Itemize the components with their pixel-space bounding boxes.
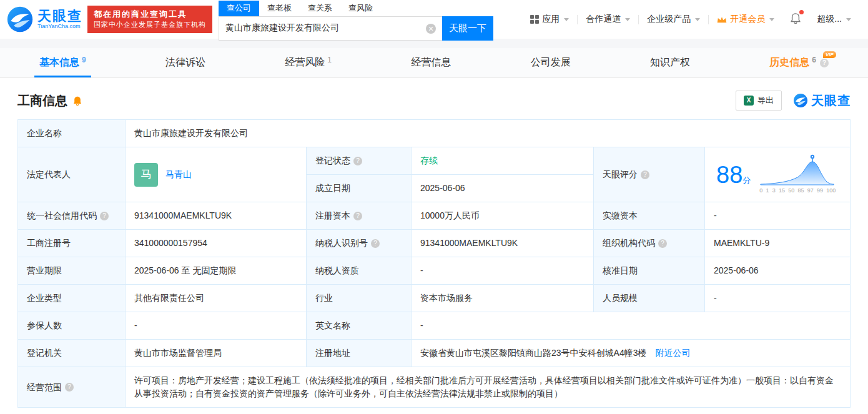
registry-authority-value: 黄山市市场监督管理局 bbox=[126, 340, 307, 367]
nav-apps[interactable]: 应用 bbox=[522, 14, 577, 25]
search-tabs: 查公司 查老板 查关系 查风险 bbox=[219, 1, 493, 16]
taxpayer-qualification-value: - bbox=[412, 257, 594, 285]
monitor-bell-icon[interactable] bbox=[72, 96, 82, 106]
promo-line2: 国家中小企业发展子基金旗下机构 bbox=[94, 20, 206, 30]
help-icon[interactable]: ? bbox=[353, 157, 362, 165]
tab-label: 知识产权 bbox=[650, 56, 690, 69]
org-code-value: MAEMKLTU-9 bbox=[705, 230, 851, 257]
table-row: 参保人数 - 英文名称 - bbox=[18, 312, 851, 340]
reg-number-label: 工商注册号 bbox=[18, 230, 126, 257]
reg-number-value: 341000000157954 bbox=[126, 230, 307, 257]
establish-date-label: 成立日期 bbox=[307, 175, 412, 202]
reg-capital-value: 10000万人民币 bbox=[412, 202, 594, 230]
avatar[interactable]: 马 bbox=[134, 163, 158, 187]
top-header: 天眼查 TianYanCha.com 都在用的商业查询工具 国家中小企业发展子基… bbox=[0, 0, 868, 39]
search-tab-boss[interactable]: 查老板 bbox=[259, 1, 300, 16]
chevron-down-icon bbox=[846, 18, 851, 21]
help-icon[interactable]: ? bbox=[820, 59, 829, 67]
score-cell: 88分 bbox=[705, 147, 851, 202]
business-scope-value: 许可项目：房地产开发经营；建设工程施工（依法须经批准的项目，经相关部门批准后方可… bbox=[126, 367, 851, 408]
watermark-text: 天眼查 bbox=[811, 92, 851, 109]
search-input[interactable] bbox=[219, 16, 442, 41]
approval-date-label: 核准日期 bbox=[594, 257, 705, 285]
chevron-down-icon bbox=[695, 18, 700, 21]
logo-domain-text: TianYanCha.com bbox=[37, 24, 82, 30]
help-icon[interactable]: ? bbox=[100, 212, 109, 220]
export-label: 导出 bbox=[757, 95, 774, 106]
search-tab-company[interactable]: 查公司 bbox=[219, 1, 259, 16]
reg-address-label: 注册地址 bbox=[307, 340, 412, 367]
tab-basic-info[interactable]: 基本信息 9 bbox=[34, 48, 91, 77]
search-tab-risk[interactable]: 查风险 bbox=[340, 1, 381, 16]
business-scope-label: 经营范围? bbox=[18, 367, 126, 408]
nav-vip-membership[interactable]: 开通会员 bbox=[709, 14, 782, 25]
promo-line1: 都在用的商业查询工具 bbox=[94, 9, 206, 21]
reg-status-label: 登记状态 ? bbox=[307, 147, 412, 175]
taxpayer-id-label: 纳税人识别号? bbox=[307, 230, 412, 257]
table-row: 企业名称 黄山市康旅建设开发有限公司 bbox=[18, 120, 851, 147]
industry-label: 行业 bbox=[307, 285, 412, 312]
legal-rep-cell: 马 马青山 bbox=[126, 147, 307, 202]
tab-operational-risk[interactable]: 经营风险 1 bbox=[280, 48, 337, 77]
credit-code-label: 统一社会信用代码? bbox=[18, 202, 126, 230]
tab-label: 公司发展 bbox=[531, 56, 571, 69]
tab-history-info[interactable]: VIP 历史信息 6 ? bbox=[764, 48, 834, 77]
chevron-down-icon bbox=[625, 18, 630, 21]
vip-badge: VIP bbox=[823, 51, 836, 58]
chevron-down-icon bbox=[564, 18, 569, 21]
legal-rep-link[interactable]: 马青山 bbox=[165, 168, 192, 181]
help-icon[interactable]: ? bbox=[658, 239, 667, 248]
company-type-label: 企业类型 bbox=[18, 285, 126, 312]
table-row: 经营范围? 许可项目：房地产开发经营；建设工程施工（依法须经批准的项目，经相关部… bbox=[18, 367, 851, 408]
clear-search-icon[interactable]: ✕ bbox=[426, 24, 436, 34]
help-icon[interactable]: ? bbox=[371, 239, 380, 248]
help-icon[interactable]: ? bbox=[65, 383, 74, 392]
search-tab-relation[interactable]: 查关系 bbox=[300, 1, 340, 16]
table-row: 营业期限 2025-06-06 至 无固定期限 纳税人资质 - 核准日期 202… bbox=[18, 257, 851, 285]
nav-account[interactable]: 超级... bbox=[809, 14, 859, 25]
paid-capital-label: 实缴资本 bbox=[594, 202, 705, 230]
help-icon[interactable]: ? bbox=[353, 212, 362, 220]
notifications-button[interactable] bbox=[782, 12, 809, 26]
tab-company-development[interactable]: 公司发展 bbox=[526, 48, 576, 77]
english-name-value: - bbox=[412, 312, 851, 340]
company-name-value: 黄山市康旅建设开发有限公司 bbox=[126, 120, 851, 147]
tab-business-info[interactable]: 经营信息 bbox=[406, 48, 456, 77]
table-row: 登记机关 黄山市市场监督管理局 注册地址 安徽省黄山市屯溪区黎阳镇商山路23号中… bbox=[18, 340, 851, 367]
help-icon[interactable]: ? bbox=[641, 170, 649, 179]
chevron-down-icon bbox=[769, 18, 774, 21]
nav-partner-label: 合作通道 bbox=[586, 14, 621, 25]
page-title: 工商信息 bbox=[17, 92, 67, 109]
tab-label: 法律诉讼 bbox=[165, 56, 205, 69]
taxpayer-id-value: 91341000MAEMKLTU9K bbox=[412, 230, 594, 257]
tab-count: 6 bbox=[812, 56, 816, 64]
search-box: ✕ bbox=[219, 16, 442, 41]
table-row: 企业类型 其他有限责任公司 行业 资本市场服务 人员规模 - bbox=[18, 285, 851, 312]
tab-intellectual-property[interactable]: 知识产权 bbox=[645, 48, 695, 77]
tab-count: 9 bbox=[82, 56, 86, 64]
logo-text-block: 天眼查 TianYanCha.com bbox=[37, 9, 82, 30]
search-area: 查公司 查老板 查关系 查风险 ✕ 天眼一下 bbox=[219, 0, 493, 41]
tab-label: 经营风险 bbox=[285, 56, 325, 69]
tianyancha-logo-icon bbox=[793, 93, 808, 108]
business-term-value: 2025-06-06 至 无固定期限 bbox=[126, 257, 307, 285]
reg-status-value: 存续 bbox=[412, 147, 594, 175]
establish-date-value: 2025-06-06 bbox=[412, 175, 594, 202]
nearby-companies-link[interactable]: 附近公司 bbox=[655, 348, 690, 358]
nav-vip-label: 开通会员 bbox=[730, 14, 765, 25]
grid-icon bbox=[530, 15, 539, 24]
nav-apps-label: 应用 bbox=[542, 14, 560, 25]
credit-code-value: 91341000MAEMKLTU9K bbox=[126, 202, 307, 230]
tianyancha-logo[interactable]: 天眼查 TianYanCha.com bbox=[6, 6, 82, 33]
nav-account-label: 超级... bbox=[817, 14, 842, 25]
table-row: 法定代表人 马 马青山 登记状态 ? 存续 天眼评分 ? bbox=[18, 147, 851, 175]
nav-enterprise-label: 企业级产品 bbox=[647, 14, 691, 25]
nav-partner[interactable]: 合作通道 bbox=[578, 14, 638, 25]
industry-value: 资本市场服务 bbox=[412, 285, 594, 312]
tab-legal-litigation[interactable]: 法律诉讼 bbox=[160, 48, 210, 77]
export-button[interactable]: X 导出 bbox=[736, 91, 782, 111]
business-info-table: 企业名称 黄山市康旅建设开发有限公司 法定代表人 马 马青山 登记状态 ? 存续 bbox=[17, 119, 851, 408]
nav-enterprise[interactable]: 企业级产品 bbox=[639, 14, 708, 25]
top-nav: 应用 合作通道 企业级产品 开通会员 超级 bbox=[522, 12, 859, 26]
search-button[interactable]: 天眼一下 bbox=[442, 16, 493, 41]
